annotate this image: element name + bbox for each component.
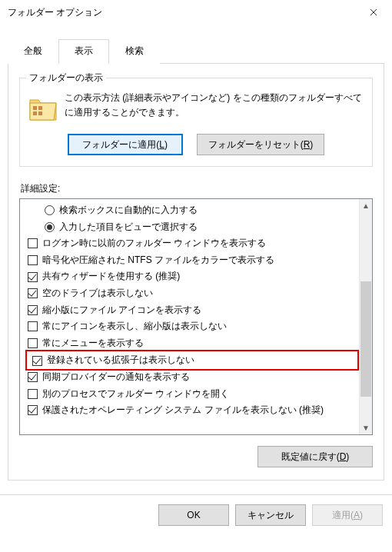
folder-icon — [28, 92, 58, 123]
apply-button-label: 適用(A) — [332, 509, 363, 522]
advanced-settings-list: 検索ボックスに自動的に入力する入力した項目をビューで選択するログオン時に以前のフ… — [19, 198, 373, 435]
close-button[interactable] — [357, 1, 390, 24]
option-label: 暗号化や圧縮された NTFS ファイルをカラーで表示する — [42, 254, 274, 267]
checkbox[interactable] — [28, 238, 38, 248]
tab-strip: 全般 表示 検索 — [8, 38, 384, 64]
option-label: 検索ボックスに自動的に入力する — [59, 205, 198, 217]
option-row[interactable]: 検索ボックスに自動的に入力する — [23, 202, 357, 219]
advanced-settings-label: 詳細設定: — [21, 182, 373, 195]
option-row[interactable]: 空のドライブは表示しない — [23, 285, 357, 302]
apply-to-folders-label: フォルダーに適用(L) — [82, 138, 168, 151]
svg-rect-2 — [33, 111, 37, 115]
option-label: 同期プロバイダーの通知を表示する — [42, 371, 190, 384]
dialog-footer: OK キャンセル 適用(A) — [0, 494, 392, 526]
apply-button[interactable]: 適用(A) — [312, 504, 383, 526]
svg-rect-1 — [38, 106, 42, 110]
reset-folders-button[interactable]: フォルダーをリセット(R) — [197, 134, 325, 155]
option-row[interactable]: 入力した項目をビューで選択する — [23, 219, 357, 236]
option-label: 常にアイコンを表示し、縮小版は表示しない — [42, 321, 227, 333]
tab-general[interactable]: 全般 — [8, 39, 58, 64]
checkbox[interactable] — [28, 372, 38, 382]
restore-defaults-label: 既定値に戻す(D) — [281, 451, 350, 464]
svg-rect-0 — [33, 106, 37, 110]
scroll-up-button[interactable]: ▲ — [360, 199, 372, 212]
checkbox[interactable] — [28, 389, 38, 399]
checkbox[interactable] — [28, 272, 38, 282]
radio[interactable] — [45, 205, 55, 215]
checkbox[interactable] — [28, 255, 38, 265]
tab-view[interactable]: 表示 — [58, 39, 109, 64]
scroll-thumb[interactable] — [360, 281, 371, 397]
checkbox[interactable] — [28, 321, 38, 331]
option-label: 別のプロセスでフォルダー ウィンドウを開く — [42, 388, 229, 401]
option-row[interactable]: 別のプロセスでフォルダー ウィンドウを開く — [23, 386, 357, 403]
titlebar: フォルダー オプション — [0, 0, 392, 25]
checkbox[interactable] — [28, 288, 38, 298]
tab-search[interactable]: 検索 — [109, 39, 160, 64]
tab-panel-view: フォルダーの表示 この表示方法 (詳細表示やアイコンなど) をこの種類のフォルダ… — [8, 64, 384, 481]
option-label: 縮小版にファイル アイコンを表示する — [42, 304, 201, 317]
folder-view-group-title: フォルダーの表示 — [26, 71, 106, 85]
option-row[interactable]: 常にアイコンを表示し、縮小版は表示しない — [23, 318, 357, 335]
option-row[interactable]: 縮小版にファイル アイコンを表示する — [23, 302, 357, 319]
option-row[interactable]: 共有ウィザードを使用する (推奨) — [23, 268, 357, 285]
restore-defaults-button[interactable]: 既定値に戻す(D) — [257, 446, 373, 467]
ok-button[interactable]: OK — [158, 504, 229, 526]
option-label: ログオン時に以前のフォルダー ウィンドウを表示する — [42, 238, 266, 250]
scroll-down-button[interactable]: ▼ — [360, 421, 372, 434]
cancel-button[interactable]: キャンセル — [235, 504, 306, 526]
option-row[interactable]: ログオン時に以前のフォルダー ウィンドウを表示する — [23, 235, 357, 252]
scrollbar[interactable]: ▲ ▼ — [359, 199, 372, 434]
option-label: 常にメニューを表示する — [42, 338, 144, 350]
option-row[interactable]: 同期プロバイダーの通知を表示する — [23, 369, 357, 386]
checkbox[interactable] — [28, 305, 38, 315]
option-row[interactable]: 暗号化や圧縮された NTFS ファイルをカラーで表示する — [23, 252, 357, 269]
option-label: 空のドライブは表示しない — [42, 288, 153, 300]
reset-folders-label: フォルダーをリセット(R) — [208, 138, 314, 151]
close-icon — [370, 8, 377, 16]
option-row[interactable]: 常にメニューを表示する — [23, 335, 357, 352]
window-title: フォルダー オプション — [8, 6, 102, 19]
svg-rect-3 — [38, 111, 42, 115]
folder-view-description: この表示方法 (詳細表示やアイコンなど) をこの種類のフォルダーすべてに適用する… — [65, 91, 364, 123]
folder-view-group: フォルダーの表示 この表示方法 (詳細表示やアイコンなど) をこの種類のフォルダ… — [19, 78, 373, 167]
checkbox[interactable] — [32, 356, 42, 366]
option-row[interactable]: 保護されたオペレーティング システム ファイルを表示しない (推奨) — [23, 402, 357, 419]
option-label: 保護されたオペレーティング システム ファイルを表示しない (推奨) — [42, 404, 324, 417]
checkbox[interactable] — [28, 405, 38, 415]
checkbox[interactable] — [28, 338, 38, 348]
option-row[interactable]: 登録されている拡張子は表示しない — [28, 352, 357, 369]
radio[interactable] — [45, 222, 55, 232]
option-label: 登録されている拡張子は表示しない — [47, 354, 194, 367]
apply-to-folders-button[interactable]: フォルダーに適用(L) — [68, 134, 183, 155]
option-label: 入力した項目をビューで選択する — [59, 221, 198, 234]
scroll-track[interactable] — [360, 212, 372, 421]
option-label: 共有ウィザードを使用する (推奨) — [42, 271, 180, 283]
